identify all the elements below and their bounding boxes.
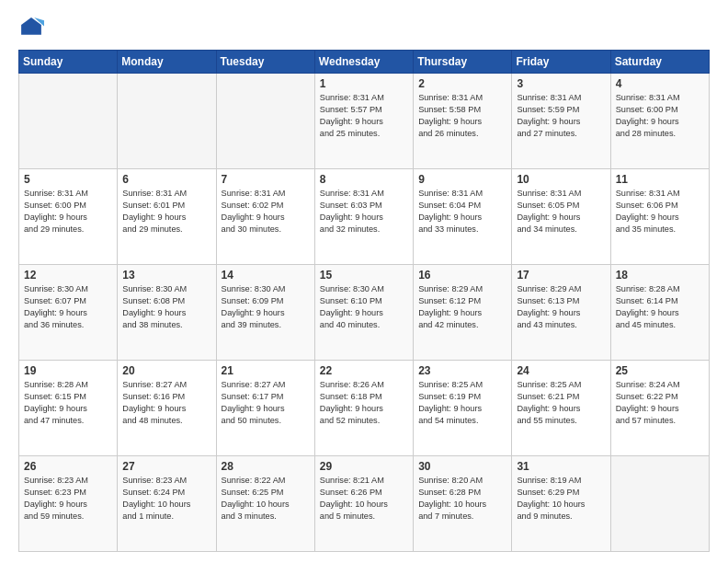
calendar-cell <box>610 456 709 552</box>
day-number: 16 <box>418 269 506 282</box>
day-number: 18 <box>616 269 704 282</box>
day-number: 4 <box>616 77 704 90</box>
day-number: 29 <box>320 460 408 473</box>
day-number: 7 <box>222 173 310 186</box>
logo-icon <box>18 15 44 40</box>
day-number: 26 <box>24 460 112 473</box>
calendar-cell: 11Sunrise: 8:31 AM Sunset: 6:06 PM Dayli… <box>610 169 709 265</box>
week-row-2: 12Sunrise: 8:30 AM Sunset: 6:07 PM Dayli… <box>19 265 710 361</box>
day-info: Sunrise: 8:24 AM Sunset: 6:22 PM Dayligh… <box>616 379 704 427</box>
day-info: Sunrise: 8:21 AM Sunset: 6:26 PM Dayligh… <box>320 475 408 523</box>
day-number: 9 <box>418 173 506 186</box>
day-info: Sunrise: 8:31 AM Sunset: 5:57 PM Dayligh… <box>320 92 408 140</box>
calendar-cell: 4Sunrise: 8:31 AM Sunset: 6:00 PM Daylig… <box>610 74 709 169</box>
day-info: Sunrise: 8:26 AM Sunset: 6:18 PM Dayligh… <box>320 379 408 427</box>
weekday-monday: Monday <box>118 51 216 74</box>
day-number: 23 <box>418 364 506 377</box>
calendar-cell: 18Sunrise: 8:28 AM Sunset: 6:14 PM Dayli… <box>610 265 709 361</box>
day-number: 2 <box>418 77 506 90</box>
weekday-friday: Friday <box>512 51 610 74</box>
calendar-cell: 22Sunrise: 8:26 AM Sunset: 6:18 PM Dayli… <box>314 361 413 456</box>
calendar-cell: 9Sunrise: 8:31 AM Sunset: 6:04 PM Daylig… <box>414 169 512 265</box>
day-number: 5 <box>24 173 112 186</box>
day-info: Sunrise: 8:31 AM Sunset: 5:58 PM Dayligh… <box>418 92 506 140</box>
calendar-cell: 31Sunrise: 8:19 AM Sunset: 6:29 PM Dayli… <box>512 456 610 552</box>
calendar-cell: 26Sunrise: 8:23 AM Sunset: 6:23 PM Dayli… <box>19 456 118 552</box>
calendar-cell: 7Sunrise: 8:31 AM Sunset: 6:02 PM Daylig… <box>216 169 314 265</box>
day-info: Sunrise: 8:31 AM Sunset: 6:02 PM Dayligh… <box>222 188 310 236</box>
day-number: 22 <box>320 364 408 377</box>
day-info: Sunrise: 8:23 AM Sunset: 6:23 PM Dayligh… <box>24 475 112 523</box>
weekday-wednesday: Wednesday <box>314 51 413 74</box>
day-info: Sunrise: 8:27 AM Sunset: 6:17 PM Dayligh… <box>222 379 310 427</box>
calendar-cell: 17Sunrise: 8:29 AM Sunset: 6:13 PM Dayli… <box>512 265 610 361</box>
day-info: Sunrise: 8:31 AM Sunset: 6:00 PM Dayligh… <box>616 92 704 140</box>
day-number: 21 <box>222 364 310 377</box>
day-number: 12 <box>24 269 112 282</box>
day-info: Sunrise: 8:28 AM Sunset: 6:14 PM Dayligh… <box>616 283 704 331</box>
calendar-cell: 1Sunrise: 8:31 AM Sunset: 5:57 PM Daylig… <box>314 74 413 169</box>
day-info: Sunrise: 8:28 AM Sunset: 6:15 PM Dayligh… <box>24 379 112 427</box>
calendar-cell: 16Sunrise: 8:29 AM Sunset: 6:12 PM Dayli… <box>414 265 512 361</box>
calendar-cell: 24Sunrise: 8:25 AM Sunset: 6:21 PM Dayli… <box>512 361 610 456</box>
calendar-cell <box>216 74 314 169</box>
week-row-3: 19Sunrise: 8:28 AM Sunset: 6:15 PM Dayli… <box>19 361 710 456</box>
weekday-saturday: Saturday <box>610 51 709 74</box>
day-info: Sunrise: 8:31 AM Sunset: 6:03 PM Dayligh… <box>320 188 408 236</box>
logo <box>18 15 48 40</box>
day-number: 3 <box>517 77 605 90</box>
day-info: Sunrise: 8:19 AM Sunset: 6:29 PM Dayligh… <box>517 475 605 523</box>
day-info: Sunrise: 8:31 AM Sunset: 6:01 PM Dayligh… <box>122 188 210 236</box>
calendar-cell: 20Sunrise: 8:27 AM Sunset: 6:16 PM Dayli… <box>118 361 216 456</box>
day-number: 17 <box>517 269 605 282</box>
calendar-cell: 15Sunrise: 8:30 AM Sunset: 6:10 PM Dayli… <box>314 265 413 361</box>
day-number: 6 <box>122 173 210 186</box>
day-info: Sunrise: 8:30 AM Sunset: 6:07 PM Dayligh… <box>24 283 112 331</box>
calendar-cell: 30Sunrise: 8:20 AM Sunset: 6:28 PM Dayli… <box>414 456 512 552</box>
calendar-cell: 25Sunrise: 8:24 AM Sunset: 6:22 PM Dayli… <box>610 361 709 456</box>
day-number: 1 <box>320 77 408 90</box>
calendar-cell: 2Sunrise: 8:31 AM Sunset: 5:58 PM Daylig… <box>414 74 512 169</box>
week-row-1: 5Sunrise: 8:31 AM Sunset: 6:00 PM Daylig… <box>19 169 710 265</box>
day-number: 13 <box>122 269 210 282</box>
calendar-cell <box>19 74 118 169</box>
calendar-cell: 14Sunrise: 8:30 AM Sunset: 6:09 PM Dayli… <box>216 265 314 361</box>
calendar-table: SundayMondayTuesdayWednesdayThursdayFrid… <box>18 50 710 552</box>
day-info: Sunrise: 8:30 AM Sunset: 6:09 PM Dayligh… <box>222 283 310 331</box>
day-number: 20 <box>122 364 210 377</box>
day-info: Sunrise: 8:31 AM Sunset: 5:59 PM Dayligh… <box>517 92 605 140</box>
day-info: Sunrise: 8:31 AM Sunset: 6:06 PM Dayligh… <box>616 188 704 236</box>
week-row-4: 26Sunrise: 8:23 AM Sunset: 6:23 PM Dayli… <box>19 456 710 552</box>
day-number: 30 <box>418 460 506 473</box>
day-number: 25 <box>616 364 704 377</box>
day-number: 14 <box>222 269 310 282</box>
calendar-cell: 29Sunrise: 8:21 AM Sunset: 6:26 PM Dayli… <box>314 456 413 552</box>
calendar-cell: 6Sunrise: 8:31 AM Sunset: 6:01 PM Daylig… <box>118 169 216 265</box>
calendar-cell: 8Sunrise: 8:31 AM Sunset: 6:03 PM Daylig… <box>314 169 413 265</box>
day-number: 28 <box>222 460 310 473</box>
day-info: Sunrise: 8:25 AM Sunset: 6:19 PM Dayligh… <box>418 379 506 427</box>
weekday-tuesday: Tuesday <box>216 51 314 74</box>
day-number: 10 <box>517 173 605 186</box>
day-info: Sunrise: 8:31 AM Sunset: 6:04 PM Dayligh… <box>418 188 506 236</box>
calendar-cell: 21Sunrise: 8:27 AM Sunset: 6:17 PM Dayli… <box>216 361 314 456</box>
calendar-cell: 12Sunrise: 8:30 AM Sunset: 6:07 PM Dayli… <box>19 265 118 361</box>
calendar-cell: 28Sunrise: 8:22 AM Sunset: 6:25 PM Dayli… <box>216 456 314 552</box>
day-number: 8 <box>320 173 408 186</box>
day-info: Sunrise: 8:30 AM Sunset: 6:10 PM Dayligh… <box>320 283 408 331</box>
week-row-0: 1Sunrise: 8:31 AM Sunset: 5:57 PM Daylig… <box>19 74 710 169</box>
weekday-thursday: Thursday <box>414 51 512 74</box>
weekday-sunday: Sunday <box>19 51 118 74</box>
calendar-cell: 27Sunrise: 8:23 AM Sunset: 6:24 PM Dayli… <box>118 456 216 552</box>
day-info: Sunrise: 8:20 AM Sunset: 6:28 PM Dayligh… <box>418 475 506 523</box>
day-info: Sunrise: 8:31 AM Sunset: 6:00 PM Dayligh… <box>24 188 112 236</box>
day-info: Sunrise: 8:23 AM Sunset: 6:24 PM Dayligh… <box>122 475 210 523</box>
day-info: Sunrise: 8:25 AM Sunset: 6:21 PM Dayligh… <box>517 379 605 427</box>
calendar-cell <box>118 74 216 169</box>
calendar-cell: 13Sunrise: 8:30 AM Sunset: 6:08 PM Dayli… <box>118 265 216 361</box>
day-info: Sunrise: 8:30 AM Sunset: 6:08 PM Dayligh… <box>122 283 210 331</box>
calendar-cell: 5Sunrise: 8:31 AM Sunset: 6:00 PM Daylig… <box>19 169 118 265</box>
day-info: Sunrise: 8:29 AM Sunset: 6:12 PM Dayligh… <box>418 283 506 331</box>
day-number: 11 <box>616 173 704 186</box>
day-number: 19 <box>24 364 112 377</box>
